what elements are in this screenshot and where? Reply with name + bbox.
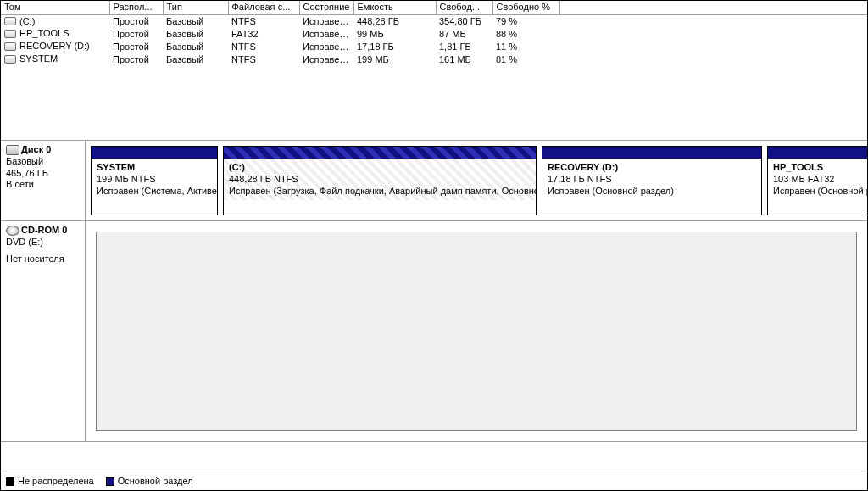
volume-name-text: RECOVERY (D:) — [19, 41, 90, 51]
disk-management-window: Том Распол... Тип Файловая с... Состояни… — [0, 0, 868, 491]
partition-detail: 103 МБ FAT32 — [773, 174, 867, 186]
partition-recovery-d-[interactable]: RECOVERY (D:)17,18 ГБ NTFSИсправен (Осно… — [542, 146, 762, 215]
disk-info-0[interactable]: Диск 0 Базовый 465,76 ГБ В сети — [1, 141, 86, 220]
partition-detail: 448,28 ГБ NTFS — [229, 174, 531, 186]
cell-capacity: 199 МБ — [353, 53, 436, 65]
volume-name-text: (C:) — [19, 16, 35, 26]
col-free-pct[interactable]: Свободно % — [492, 1, 559, 14]
legend-primary: Основной раздел — [106, 476, 193, 486]
cdrom-icon — [6, 226, 19, 236]
col-capacity[interactable]: Емкость — [353, 1, 436, 14]
swatch-unallocated-icon — [6, 477, 14, 486]
cell-free_pct: 11 % — [492, 40, 559, 53]
disk-type: Базовый — [6, 156, 80, 168]
partition-stripe — [768, 147, 867, 159]
cell-status: Исправен... — [299, 40, 353, 53]
disk0-partitions: SYSTEM199 МБ NTFSИсправен (Система, Акти… — [86, 141, 867, 220]
partition-label: (C:) — [229, 162, 531, 174]
cell-free: 87 МБ — [436, 27, 492, 40]
partition-detail: 17,18 ГБ NTFS — [548, 174, 756, 186]
partition-hp-tools[interactable]: HP_TOOLS103 МБ FAT32Исправен (Основной р… — [767, 146, 867, 215]
cd-info[interactable]: CD-ROM 0 DVD (E:) Нет носителя — [1, 221, 86, 441]
cell-free: 354,80 ГБ — [436, 14, 492, 27]
partition-status: Исправен (Основной раздел) — [548, 186, 756, 198]
partition-body: SYSTEM199 МБ NTFSИсправен (Система, Акти… — [92, 159, 217, 200]
table-row[interactable]: RECOVERY (D:)ПростойБазовыйNTFSИсправен.… — [1, 40, 867, 53]
partition-label: HP_TOOLS — [773, 162, 867, 174]
swatch-primary-icon — [106, 477, 114, 486]
partition-body: RECOVERY (D:)17,18 ГБ NTFSИсправен (Осно… — [542, 159, 761, 200]
partition-body: (C:)448,28 ГБ NTFSИсправен (Загрузка, Фа… — [224, 159, 536, 200]
partition--c-[interactable]: (C:)448,28 ГБ NTFSИсправен (Загрузка, Фа… — [223, 146, 537, 215]
cell-name: RECOVERY (D:) — [1, 40, 109, 53]
partition-detail: 199 МБ NTFS — [97, 174, 212, 186]
volume-icon — [4, 30, 16, 38]
cell-capacity: 17,18 ГБ — [353, 40, 436, 53]
volume-icon — [4, 17, 16, 25]
disk-status: В сети — [6, 179, 80, 191]
volume-icon — [4, 55, 16, 64]
cell-fs: NTFS — [228, 14, 299, 27]
volume-icon — [4, 42, 16, 51]
cell-capacity: 448,28 ГБ — [353, 14, 436, 27]
cell-free_pct: 81 % — [492, 53, 559, 65]
cell-status: Исправен... — [299, 27, 353, 40]
cd-empty-area[interactable] — [96, 232, 857, 431]
cell-layout: Простой — [109, 27, 163, 40]
cell-free: 161 МБ — [436, 53, 492, 65]
partition-label: SYSTEM — [97, 162, 212, 174]
col-type[interactable]: Тип — [163, 1, 228, 14]
table-row[interactable]: HP_TOOLSПростойБазовыйFAT32Исправен...99… — [1, 27, 867, 40]
cell-fs: NTFS — [228, 53, 299, 65]
graphical-pane: Диск 0 Базовый 465,76 ГБ В сети SYSTEM19… — [1, 141, 867, 471]
disk-icon — [6, 145, 19, 155]
partition-label: RECOVERY (D:) — [548, 162, 756, 174]
volume-name-text: SYSTEM — [19, 53, 58, 64]
col-status[interactable]: Состояние — [299, 1, 353, 14]
cd-body-wrap — [86, 221, 867, 441]
cell-type: Базовый — [163, 53, 228, 65]
col-spacer — [559, 1, 867, 14]
cell-name: SYSTEM — [1, 53, 109, 65]
cell-free: 1,81 ГБ — [436, 40, 492, 53]
volumes-pane[interactable]: Том Распол... Тип Файловая с... Состояни… — [1, 1, 867, 141]
table-row[interactable]: SYSTEMПростойБазовыйNTFSИсправен...199 М… — [1, 53, 867, 65]
partition-status: Исправен (Загрузка, Файл подкачки, Авари… — [229, 186, 531, 198]
partition-system[interactable]: SYSTEM199 МБ NTFSИсправен (Система, Акти… — [91, 146, 218, 215]
disk-row-0[interactable]: Диск 0 Базовый 465,76 ГБ В сети SYSTEM19… — [1, 141, 867, 221]
col-volume[interactable]: Том — [1, 1, 109, 14]
partition-stripe — [224, 147, 536, 159]
legend-unallocated-label: Не распределена — [18, 476, 94, 486]
partition-body: HP_TOOLS103 МБ FAT32Исправен (Основной р… — [768, 159, 867, 200]
col-free[interactable]: Свобод... — [436, 1, 492, 14]
cell-free_pct: 88 % — [492, 27, 559, 40]
cell-status: Исправен... — [299, 14, 353, 27]
cell-fs: NTFS — [228, 40, 299, 53]
disk-size: 465,76 ГБ — [6, 168, 80, 180]
cell-layout: Простой — [109, 14, 163, 27]
cell-name: (C:) — [1, 14, 109, 27]
volumes-table[interactable]: Том Распол... Тип Файловая с... Состояни… — [1, 1, 867, 65]
cell-name: HP_TOOLS — [1, 27, 109, 40]
disk-name: Диск 0 — [21, 144, 51, 154]
partition-stripe — [542, 147, 761, 159]
legend-unallocated: Не распределена — [6, 476, 94, 486]
table-header-row[interactable]: Том Распол... Тип Файловая с... Состояни… — [1, 1, 867, 14]
legend-bar: Не распределена Основной раздел — [1, 471, 867, 490]
legend-primary-label: Основной раздел — [118, 476, 193, 486]
col-fs[interactable]: Файловая с... — [228, 1, 299, 14]
cell-type: Базовый — [163, 40, 228, 53]
table-row[interactable]: (C:)ПростойБазовыйNTFSИсправен...448,28 … — [1, 14, 867, 27]
cell-capacity: 99 МБ — [353, 27, 436, 40]
cell-layout: Простой — [109, 53, 163, 65]
partition-status: Исправен (Система, Активен) — [97, 186, 212, 198]
partition-stripe — [92, 147, 217, 159]
cell-layout: Простой — [109, 40, 163, 53]
volume-name-text: HP_TOOLS — [19, 28, 70, 38]
col-layout[interactable]: Распол... — [109, 1, 163, 14]
cd-name: CD-ROM 0 — [21, 225, 67, 235]
cell-free_pct: 79 % — [492, 14, 559, 27]
cell-fs: FAT32 — [228, 27, 299, 40]
partition-status: Исправен (Основной раздел) — [773, 186, 867, 198]
cd-row[interactable]: CD-ROM 0 DVD (E:) Нет носителя — [1, 221, 867, 442]
